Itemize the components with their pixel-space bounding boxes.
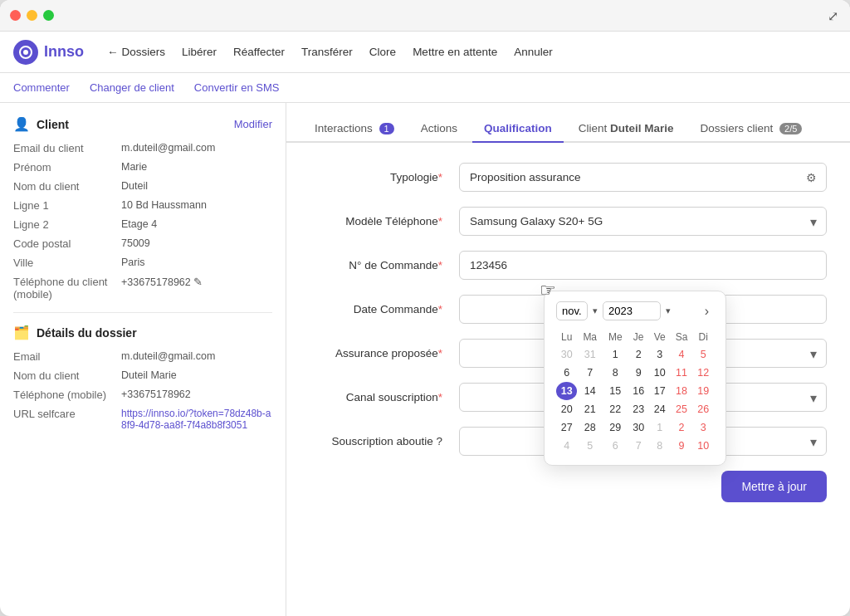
subnav-commenter[interactable]: Commenter (13, 81, 70, 94)
year-select[interactable]: 2023 (603, 301, 661, 320)
left-panel: 👤 Client Modifier Email du clientm.dutei… (0, 103, 286, 616)
subnav-changer-client[interactable]: Changer de client (90, 81, 174, 94)
client-field-row: Email du clientm.duteil@gmail.com (13, 142, 272, 154)
interactions-badge: 1 (379, 123, 394, 134)
client-field-value: 10 Bd Haussmann (121, 199, 207, 211)
calendar-day-header: Je (628, 329, 648, 345)
subnav-convertir-sms[interactable]: Convertir en SMS (194, 81, 280, 94)
calendar-day-header: Ma (577, 329, 603, 345)
tab-client[interactable]: Client Duteil Marie (567, 115, 686, 141)
calendar-day-cell[interactable]: 22 (603, 400, 628, 418)
update-button[interactable]: Mettre à jour (721, 471, 827, 502)
calendar-day-cell[interactable]: 19 (692, 382, 714, 400)
calendar-day-cell[interactable]: 30 (628, 418, 648, 437)
client-field-row: Ligne 2Etage 4 (13, 218, 272, 231)
dossier-field-value: Duteil Marie (121, 369, 177, 381)
client-field-label: Ligne 1 (13, 199, 121, 212)
calendar-day-cell[interactable]: 18 (671, 382, 693, 400)
commande-input[interactable] (459, 251, 827, 280)
calendar-day-cell[interactable]: 11 (671, 364, 693, 382)
calendar-day-cell[interactable]: 26 (692, 400, 714, 418)
calendar-day-cell[interactable]: 30 (556, 345, 577, 364)
tab-qualification[interactable]: Qualification (472, 115, 564, 143)
calendar-day-cell[interactable]: 23 (628, 400, 648, 418)
calendar-day-cell[interactable]: 24 (649, 400, 671, 418)
calendar-day-cell[interactable]: 5 (692, 345, 714, 364)
calendar-day-cell[interactable]: 9 (671, 437, 693, 455)
calendar-next-button[interactable]: › (700, 302, 714, 320)
calendar-day-cell[interactable]: 3 (649, 345, 671, 364)
calendar-day-cell[interactable]: 8 (649, 437, 671, 455)
calendar-day-cell[interactable]: 10 (649, 364, 671, 382)
calendar-day-cell[interactable]: 7 (628, 437, 648, 455)
dossier-field-label: Nom du client (13, 369, 121, 382)
label-modele: Modèle Téléphone* (310, 215, 459, 227)
calendar-day-cell[interactable]: 9 (628, 364, 648, 382)
dossier-field-row: Téléphone (mobile)+33675178962 (13, 389, 272, 401)
calendar-day-cell[interactable]: 16 (628, 382, 648, 400)
calendar-day-cell[interactable]: 12 (692, 364, 714, 382)
nav-transferer[interactable]: Transférer (301, 46, 353, 58)
calendar-day-cell[interactable]: 3 (692, 418, 714, 437)
modify-client-button[interactable]: Modifier (234, 118, 272, 130)
control-typologie: ⚙ (459, 163, 827, 192)
client-field-label: Prénom (13, 161, 121, 174)
calendar-day-cell[interactable]: 1 (603, 345, 628, 364)
divider (13, 312, 272, 313)
nav-reaffecter[interactable]: Réaffecter (233, 46, 285, 58)
calendar-day-cell[interactable]: 15 (603, 382, 628, 400)
nav-clore[interactable]: Clore (369, 46, 396, 58)
calendar-day-cell[interactable]: 6 (556, 364, 577, 382)
calendar-day-cell[interactable]: 31 (577, 345, 603, 364)
minimize-button[interactable] (27, 10, 37, 21)
calendar-day-cell[interactable]: 25 (671, 400, 693, 418)
window-controls (10, 10, 54, 21)
calendar-day-cell[interactable]: 7 (577, 364, 603, 382)
calendar-body: 3031123456789101112131415161718192021222… (556, 345, 714, 455)
client-field-label: Ligne 2 (13, 218, 121, 231)
calendar-day-cell[interactable]: 28 (577, 418, 603, 437)
calendar-day-cell[interactable]: 2 (628, 345, 648, 364)
client-field-value: +33675178962 ✎ (121, 276, 203, 288)
calendar-day-cell[interactable]: 6 (603, 437, 628, 455)
calendar-day-cell[interactable]: 13 (556, 382, 577, 400)
calendar-day-cell[interactable]: 21 (577, 400, 603, 418)
calendar-day-cell[interactable]: 10 (692, 437, 714, 455)
modele-wrapper: Samsung Galaxy S20+ 5G (459, 207, 827, 236)
client-field-value: Duteil (121, 180, 148, 192)
calendar-day-cell[interactable]: 4 (556, 437, 577, 455)
dossier-field-value: +33675178962 (121, 389, 191, 400)
nav-liberer[interactable]: Libérer (182, 46, 217, 58)
tab-actions[interactable]: Actions (409, 115, 469, 141)
app-window: ⤢ Innso Dossiers Libérer Réaffecter Tran… (0, 0, 850, 616)
maximize-button[interactable] (43, 10, 54, 21)
month-select[interactable]: nov. (556, 301, 588, 320)
expand-icon[interactable]: ⤢ (828, 7, 838, 23)
client-field-value: Paris (121, 257, 144, 268)
client-field-label: Code postal (13, 237, 121, 250)
tab-interactions[interactable]: Interactions 1 (303, 115, 406, 141)
dossier-field-value: https://innso.io/?token=78dz48b-a8f9-4d7… (121, 408, 272, 431)
calendar-day-cell[interactable]: 1 (649, 418, 671, 437)
dossier-field-value: m.duteil@gmail.com (121, 350, 215, 362)
nav-mettre-en-attente[interactable]: Mettre en attente (413, 46, 497, 58)
close-button[interactable] (10, 10, 21, 21)
modele-select[interactable]: Samsung Galaxy S20+ 5G (459, 207, 827, 236)
dossier-section-title: 🗂️ Détails du dossier (13, 325, 137, 340)
calendar-day-cell[interactable]: 4 (671, 345, 693, 364)
calendar-day-cell[interactable]: 17 (649, 382, 671, 400)
calendar-day-cell[interactable]: 8 (603, 364, 628, 382)
calendar-day-cell[interactable]: 14 (577, 382, 603, 400)
label-assurance: Assurance proposée* (310, 347, 459, 359)
client-field-label: Email du client (13, 142, 121, 154)
nav-dossiers[interactable]: Dossiers (107, 46, 165, 58)
typologie-input[interactable] (459, 163, 827, 192)
calendar-day-cell[interactable]: 29 (603, 418, 628, 437)
calendar-day-cell[interactable]: 5 (577, 437, 603, 455)
calendar-day-cell[interactable]: 20 (556, 400, 577, 418)
tab-dossiers-client[interactable]: Dossiers client 2/5 (689, 115, 814, 141)
dossier-field-row: URL selfcarehttps://innso.io/?token=78dz… (13, 408, 272, 431)
calendar-day-cell[interactable]: 27 (556, 418, 577, 437)
nav-annuler[interactable]: Annuler (514, 46, 553, 58)
calendar-day-cell[interactable]: 2 (671, 418, 693, 437)
